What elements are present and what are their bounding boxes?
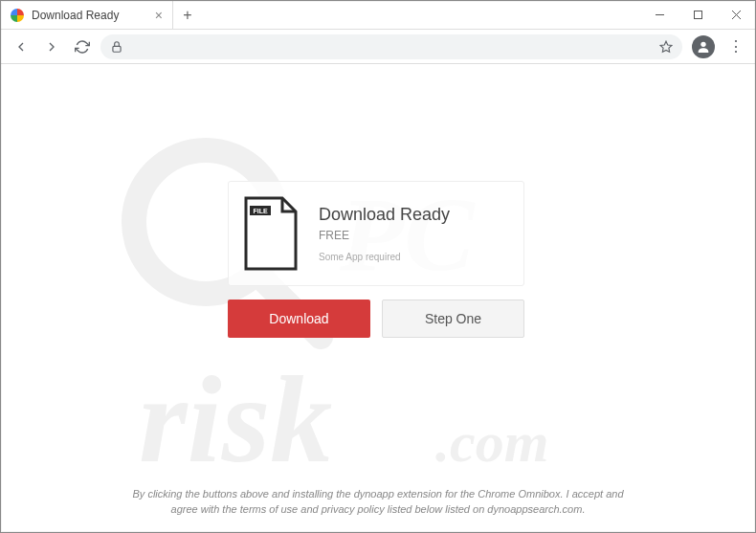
toolbar: ⋮ <box>1 30 755 64</box>
card-note: Some App required <box>319 252 450 262</box>
close-window-button[interactable] <box>717 1 755 29</box>
svg-text:.com: .com <box>435 411 548 474</box>
star-icon[interactable] <box>659 40 673 54</box>
svg-rect-4 <box>113 46 121 52</box>
page-content: PC risk .com FILE Download Ready FREE <box>1 64 755 532</box>
browser-window: Download Ready × + ⋮ <box>0 0 756 533</box>
file-icon: FILE <box>242 196 300 271</box>
card-text: Download Ready FREE Some App required <box>319 205 450 262</box>
svg-marker-5 <box>660 41 672 52</box>
forward-button[interactable] <box>39 34 64 59</box>
svg-rect-1 <box>694 11 701 19</box>
address-bar[interactable] <box>100 34 682 59</box>
lock-icon <box>110 40 123 54</box>
step-one-button[interactable]: Step One <box>382 300 524 338</box>
new-tab-button[interactable]: + <box>173 1 202 29</box>
action-row: Download Step One <box>228 300 524 338</box>
titlebar: Download Ready × + <box>1 1 755 30</box>
disclaimer-text: By clicking the buttons above and instal… <box>1 487 755 517</box>
download-card: FILE Download Ready FREE Some App requir… <box>228 181 524 286</box>
card-title: Download Ready <box>319 205 450 225</box>
tab-title: Download Ready <box>32 9 119 22</box>
download-button[interactable]: Download <box>228 300 370 338</box>
close-tab-icon[interactable]: × <box>155 8 163 23</box>
window-controls <box>640 1 755 29</box>
profile-button[interactable] <box>692 35 715 58</box>
svg-text:FILE: FILE <box>253 208 267 214</box>
browser-tab[interactable]: Download Ready × <box>1 1 173 29</box>
svg-text:risk: risk <box>139 350 332 488</box>
minimize-button[interactable] <box>640 1 678 29</box>
menu-button[interactable]: ⋮ <box>724 37 747 56</box>
card-subtitle: FREE <box>319 229 450 242</box>
watermark: PC risk .com <box>1 64 755 532</box>
reload-button[interactable] <box>70 34 95 59</box>
chrome-favicon-icon <box>11 9 24 22</box>
back-button[interactable] <box>9 34 33 59</box>
svg-point-6 <box>700 41 705 46</box>
maximize-button[interactable] <box>678 1 717 29</box>
